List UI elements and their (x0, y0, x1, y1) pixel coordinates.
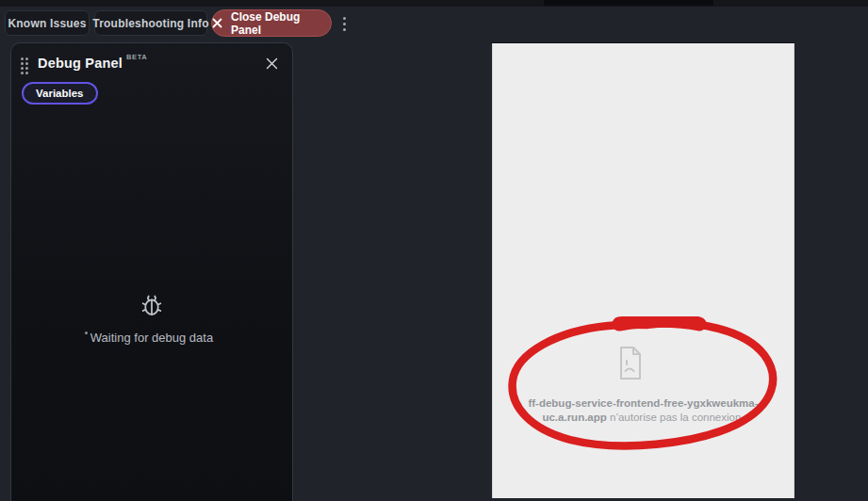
overflow-menu-icon[interactable] (337, 13, 351, 34)
close-icon (212, 18, 222, 28)
connection-error-block: ff-debug-service-frontend-free-ygxkweukm… (492, 345, 794, 424)
troubleshooting-info-label: Troubleshooting Info (92, 17, 208, 30)
close-debug-panel-label: Close Debug Panel (231, 10, 331, 37)
debug-panel-title: Debug Panel (38, 56, 123, 71)
bug-icon (139, 293, 164, 321)
close-debug-panel-button[interactable]: Close Debug Panel (211, 9, 332, 37)
connection-error-text: ff-debug-service-frontend-free-ygxkweukm… (528, 396, 758, 424)
error-domain-line1: ff-debug-service-frontend-free-ygxkweukm… (528, 397, 758, 409)
debug-empty-state: Waiting for debug data (11, 293, 292, 345)
panel-close-icon[interactable] (264, 56, 279, 71)
app-root: { "top_bar": { "known_issues_label": "Kn… (0, 0, 868, 501)
known-issues-button[interactable]: Known Issues (5, 10, 90, 36)
drag-handle-icon[interactable] (21, 57, 28, 74)
debug-panel: Debug Panel BETA Variables Waiting for d… (10, 42, 293, 501)
tab-variables[interactable]: Variables (22, 82, 98, 105)
variables-tab-label: Variables (36, 88, 84, 99)
error-message-rest: n’autorise pas la connexion. (607, 412, 745, 423)
sad-file-icon (616, 345, 645, 386)
known-issues-label: Known Issues (8, 17, 86, 30)
debug-panel-header: Debug Panel BETA (11, 43, 292, 74)
loading-dot (85, 331, 88, 334)
error-domain-line2: uc.a.run.app (542, 412, 606, 423)
popup-bottom-edge (544, 0, 713, 6)
troubleshooting-info-button[interactable]: Troubleshooting Info (94, 10, 207, 36)
empty-state-message: Waiting for debug data (90, 331, 213, 345)
app-preview-frame: ff-debug-service-frontend-free-ygxkweukm… (492, 42, 794, 498)
top-strip (0, 0, 868, 7)
beta-badge: BETA (126, 53, 147, 61)
